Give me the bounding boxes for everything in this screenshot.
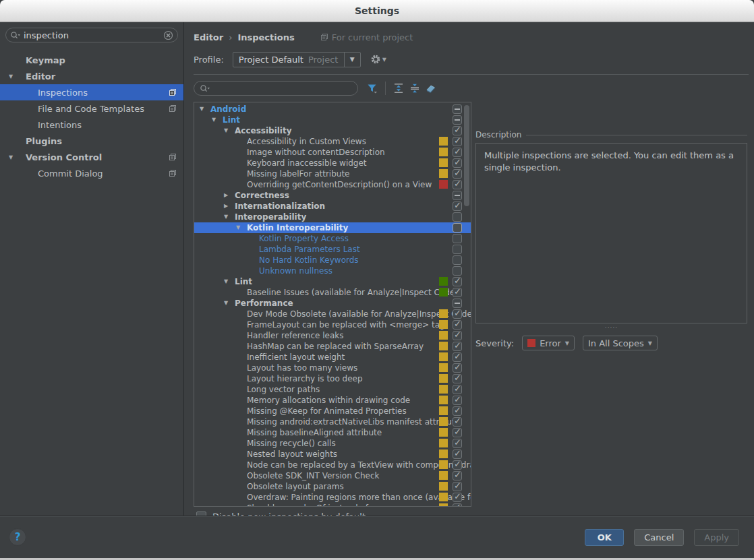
collapsed-arrow-icon[interactable]: ▶ xyxy=(224,201,235,212)
inspection-row-dev-mode-obsolete-available-for-analyze-inspect-code[interactable]: Dev Mode Obsolete (available for Analyze… xyxy=(194,309,471,319)
inspection-row-interoperability[interactable]: ▼Interoperability xyxy=(194,212,471,222)
inspection-row-accessibility-in-custom-views[interactable]: Accessibility in Custom Views xyxy=(194,136,471,147)
inspection-row-overriding-getcontentdescription-on-a-view[interactable]: Overriding getContentDescription() on a … xyxy=(194,179,471,190)
inspection-checkbox-check[interactable] xyxy=(453,428,462,437)
inspections-filter-input[interactable] xyxy=(210,84,352,94)
reset-eraser-icon[interactable] xyxy=(423,81,439,96)
expanded-arrow-icon[interactable]: ▼ xyxy=(224,212,235,222)
inspection-checkbox-dash[interactable] xyxy=(453,191,462,200)
help-button[interactable]: ? xyxy=(9,528,26,546)
inspection-checkbox-check[interactable] xyxy=(453,148,462,157)
collapse-all-icon[interactable] xyxy=(407,81,423,96)
expand-all-icon[interactable] xyxy=(390,81,407,96)
inspection-row-image-without-contentdescription[interactable]: Image without contentDescription xyxy=(194,147,471,158)
inspection-row-nested-layout-weights[interactable]: Nested layout weights xyxy=(194,449,471,460)
inspection-checkbox-check[interactable] xyxy=(453,180,462,189)
inspection-row-no-hard-kotlin-keywords[interactable]: No Hard Kotlin Keywords xyxy=(194,255,471,266)
sidebar-item-plugins[interactable]: Plugins xyxy=(0,133,183,149)
inspection-row-accessibility[interactable]: ▼Accessibility xyxy=(194,125,471,136)
cancel-button[interactable]: Cancel xyxy=(634,529,684,546)
inspection-checkbox-check[interactable] xyxy=(453,396,462,405)
inspection-checkbox-check[interactable] xyxy=(453,288,462,297)
inspection-checkbox-check[interactable] xyxy=(453,439,462,448)
tree-scrollbar-thumb[interactable] xyxy=(464,105,469,206)
inspection-checkbox-empty[interactable] xyxy=(453,212,462,222)
inspection-row-missing-recycle-calls[interactable]: Missing recycle() calls xyxy=(194,438,471,449)
inspection-checkbox-check[interactable] xyxy=(453,169,462,179)
inspection-checkbox-check[interactable] xyxy=(453,417,462,427)
sidebar-item-commit-dialog[interactable]: Commit Dialog xyxy=(0,165,183,181)
inspection-checkbox-check[interactable] xyxy=(453,352,462,362)
apply-button[interactable]: Apply xyxy=(694,529,739,546)
inspection-checkbox-check[interactable] xyxy=(453,374,462,383)
inspections-filter-field[interactable] xyxy=(194,81,358,96)
expanded-arrow-icon[interactable]: ▼ xyxy=(224,125,235,136)
inspection-row-kotlin-interoperability[interactable]: ▼Kotlin Interoperability xyxy=(194,222,471,233)
inspection-row-baseline-issues-available-for-analyze-inspect-code[interactable]: Baseline Issues (available for Analyze|I… xyxy=(194,287,471,298)
inspection-checkbox-check[interactable] xyxy=(453,342,462,351)
inspection-row-obsolete-sdk-int-version-check[interactable]: Obsolete SDK_INT Version Check xyxy=(194,470,471,481)
sidebar-item-intentions[interactable]: Intentions xyxy=(0,117,183,133)
expanded-arrow-icon[interactable]: ▼ xyxy=(9,73,13,80)
inspection-row-overdraw-painting-regions-more-than-once-available-for-analyze-inspect-code[interactable]: Overdraw: Painting regions more than onc… xyxy=(194,492,471,503)
breadcrumb-editor[interactable]: Editor xyxy=(194,32,223,42)
expanded-arrow-icon[interactable]: ▼ xyxy=(224,298,235,309)
inspection-checkbox-check[interactable] xyxy=(453,331,462,340)
inspection-row-framelayout-can-be-replaced-with-merge-tag[interactable]: FrameLayout can be replaced with <merge>… xyxy=(194,319,471,330)
expanded-arrow-icon[interactable]: ▼ xyxy=(224,276,235,287)
inspection-checkbox-dash[interactable] xyxy=(453,115,462,125)
settings-search-field[interactable] xyxy=(5,28,178,42)
inspection-row-lint[interactable]: ▼Lint xyxy=(194,115,471,125)
sidebar-item-version-control[interactable]: ▼Version Control xyxy=(0,149,183,165)
inspection-checkbox-empty[interactable] xyxy=(453,255,462,265)
inspection-row-layout-has-too-many-views[interactable]: Layout has too many views xyxy=(194,363,471,373)
inspection-checkbox-check[interactable] xyxy=(453,449,462,459)
inspection-row-missing-android-extractnativelibs-manifest-attribute[interactable]: Missing android:extractNativeLibs manife… xyxy=(194,416,471,427)
inspection-row-missing-labelfor-attribute[interactable]: Missing labelFor attribute xyxy=(194,168,471,179)
panel-splitter-handle[interactable]: ····· xyxy=(475,323,747,332)
inspection-checkbox-check[interactable] xyxy=(453,482,462,491)
inspection-row-should-use-valueof-instead-of-new[interactable]: Should use valueOf instead of new xyxy=(194,503,471,507)
inspection-row-lint[interactable]: ▼Lint xyxy=(194,276,471,287)
inspection-row-handler-reference-leaks[interactable]: Handler reference leaks xyxy=(194,330,471,341)
inspection-checkbox-check[interactable] xyxy=(453,126,462,135)
inspection-checkbox-check[interactable] xyxy=(453,460,462,470)
window-titlebar[interactable]: Settings xyxy=(0,0,754,22)
sidebar-item-editor[interactable]: ▼Editor xyxy=(0,68,183,84)
inspection-checkbox-check[interactable] xyxy=(453,201,462,211)
inspection-checkbox-check[interactable] xyxy=(453,503,462,507)
inspection-row-correctness[interactable]: ▶Correctness xyxy=(194,190,471,201)
inspection-row-unknown-nullness[interactable]: Unknown nullness xyxy=(194,266,471,276)
inspection-checkbox-empty[interactable] xyxy=(453,234,462,243)
inspection-row-internationalization[interactable]: ▶Internationalization xyxy=(194,201,471,212)
expanded-arrow-icon[interactable]: ▼ xyxy=(200,104,210,115)
expanded-arrow-icon[interactable]: ▼ xyxy=(212,115,223,125)
inspection-checkbox-dash[interactable] xyxy=(453,299,462,308)
inspection-checkbox-check[interactable] xyxy=(453,320,462,330)
expanded-arrow-icon[interactable]: ▼ xyxy=(9,154,13,160)
inspection-row-layout-hierarchy-is-too-deep[interactable]: Layout hierarchy is too deep xyxy=(194,373,471,384)
inspection-checkbox-check[interactable] xyxy=(453,471,462,480)
inspection-checkbox-check[interactable] xyxy=(453,385,462,394)
inspection-row-node-can-be-replaced-by-a-textview-with-compound-drawables[interactable]: Node can be replaced by a TextView with … xyxy=(194,460,471,470)
filter-funnel-icon[interactable] xyxy=(364,81,380,96)
inspection-checkbox-check[interactable] xyxy=(453,363,462,373)
scope-dropdown[interactable]: In All Scopes ▼ xyxy=(583,336,658,350)
inspection-checkbox-check[interactable] xyxy=(453,137,462,146)
inspection-row-memory-allocations-within-drawing-code[interactable]: Memory allocations within drawing code xyxy=(194,395,471,406)
sidebar-item-file-and-code-templates[interactable]: File and Code Templates xyxy=(0,100,183,117)
inspection-checkbox-check[interactable] xyxy=(453,406,462,416)
inspection-row-long-vector-paths[interactable]: Long vector paths xyxy=(194,384,471,395)
inspection-row-android[interactable]: ▼Android xyxy=(194,104,471,115)
magnifier-with-dropdown-icon[interactable] xyxy=(10,31,21,40)
collapsed-arrow-icon[interactable]: ▶ xyxy=(224,190,235,201)
inspection-checkbox-dash[interactable] xyxy=(453,104,462,114)
severity-dropdown[interactable]: Error ▼ xyxy=(522,336,575,350)
sidebar-item-keymap[interactable]: Keymap xyxy=(0,52,183,68)
inspection-row-lambda-parameters-last[interactable]: Lambda Parameters Last xyxy=(194,244,471,255)
profile-combobox[interactable]: Project Default Project ▼ xyxy=(233,52,361,67)
inspection-row-obsolete-layout-params[interactable]: Obsolete layout params xyxy=(194,481,471,492)
inspection-checkbox-check[interactable] xyxy=(453,309,462,319)
inspection-row-missing-baselinealigned-attribute[interactable]: Missing baselineAligned attribute xyxy=(194,427,471,438)
ok-button[interactable]: OK xyxy=(585,529,624,546)
